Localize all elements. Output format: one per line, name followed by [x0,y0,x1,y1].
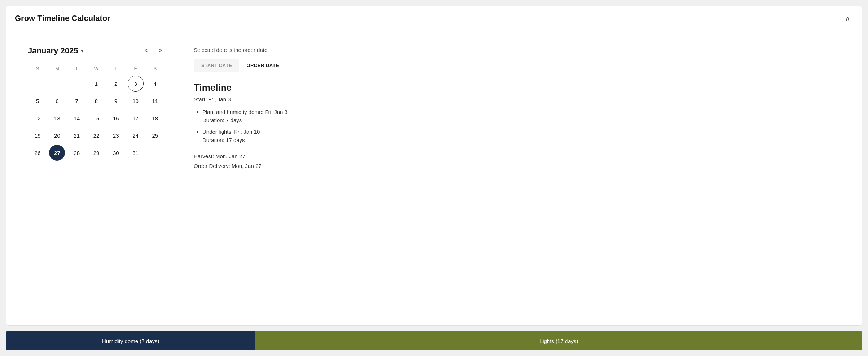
weekday-mon: M [47,64,67,73]
phase-2-item: Under lights: Fri, Jan 10 Duration: 17 d… [202,128,847,144]
cal-day-5[interactable]: 5 [30,93,45,109]
timeline-footer: Harvest: Mon, Jan 27 Order Delivery: Mon… [194,151,847,171]
lights-bar: Lights (17 days) [255,331,862,350]
cal-day-26[interactable]: 26 [30,145,45,161]
cal-day-31[interactable]: 31 [128,145,144,161]
cal-day-15[interactable]: 15 [88,110,104,126]
calendar-section: January 2025 ▾ < > S M T W T F S [28,45,165,171]
cal-day-20[interactable]: 20 [49,128,65,143]
phase-1-label: Plant and humidity dome: Fri, Jan 3 [202,109,288,115]
cal-day-17[interactable]: 17 [128,110,144,126]
cal-day-25[interactable]: 25 [147,128,163,143]
calendar-grid: S M T W T F S 12345678910111213141516171… [28,64,165,161]
order-delivery-date: Order Delivery: Mon, Jan 27 [194,161,847,171]
cal-day-10[interactable]: 10 [128,93,144,109]
cal-day-4[interactable]: 4 [147,76,163,92]
cal-day-empty [69,76,85,92]
calendar-days: 1234567891011121314151617181920212223242… [28,76,165,161]
lights-bar-label: Lights (17 days) [540,338,578,344]
harvest-date: Harvest: Mon, Jan 27 [194,151,847,161]
timeline-list: Plant and humidity dome: Fri, Jan 3 Dura… [194,108,847,144]
timeline-title: Timeline [194,82,847,93]
cal-day-14[interactable]: 14 [69,110,85,126]
main-card: Grow Timeline Calculator ∧ January 2025 … [6,6,862,326]
cal-day-empty [49,76,65,92]
info-section: Selected date is the order date START DA… [194,45,847,171]
cal-day-16[interactable]: 16 [108,110,124,126]
cal-day-3[interactable]: 3 [128,76,144,92]
weekday-thu: T [106,64,126,73]
cal-day-13[interactable]: 13 [49,110,65,126]
month-dropdown-icon[interactable]: ▾ [81,48,83,54]
humidity-bar-label: Humidity dome (7 days) [102,338,159,344]
cal-day-28[interactable]: 28 [69,145,85,161]
cal-day-21[interactable]: 21 [69,128,85,143]
phase-1-duration: Duration: 7 days [202,117,242,123]
cal-day-6[interactable]: 6 [49,93,65,109]
cal-day-7[interactable]: 7 [69,93,85,109]
prev-month-button[interactable]: < [141,45,151,56]
cal-day-12[interactable]: 12 [30,110,45,126]
cal-day-11[interactable]: 11 [147,93,163,109]
weekday-wed: W [87,64,106,73]
cal-day-30[interactable]: 30 [108,145,124,161]
timeline-start: Start: Fri, Jan 3 [194,96,847,102]
cal-day-22[interactable]: 22 [88,128,104,143]
next-month-button[interactable]: > [155,45,165,56]
weekday-sat: S [145,64,165,73]
phase-2-label: Under lights: Fri, Jan 10 [202,129,260,135]
phase-2-duration: Duration: 17 days [202,137,245,143]
start-date-button[interactable]: START DATE [194,59,239,72]
cal-day-2[interactable]: 2 [108,76,124,92]
calendar-weekdays: S M T W T F S [28,64,165,73]
calendar-header: January 2025 ▾ < > [28,45,165,56]
month-year-label: January 2025 [28,46,78,55]
cal-day-18[interactable]: 18 [147,110,163,126]
weekday-sun: S [28,64,47,73]
cal-day-27[interactable]: 27 [49,145,65,161]
cal-day-24[interactable]: 24 [128,128,144,143]
collapse-button[interactable]: ∧ [842,13,853,24]
weekday-tue: T [67,64,87,73]
cal-day-empty [30,76,45,92]
cal-day-8[interactable]: 8 [88,93,104,109]
order-date-button[interactable]: ORDER DATE [239,59,286,72]
cal-day-19[interactable]: 19 [30,128,45,143]
card-header: Grow Timeline Calculator ∧ [6,6,862,31]
humidity-bar: Humidity dome (7 days) [6,331,255,350]
date-mode-text: Selected date is the order date [194,47,847,53]
cal-day-1[interactable]: 1 [88,76,104,92]
cal-day-29[interactable]: 29 [88,145,104,161]
app-container: Grow Timeline Calculator ∧ January 2025 … [0,0,868,356]
cal-day-9[interactable]: 9 [108,93,124,109]
cal-day-23[interactable]: 23 [108,128,124,143]
bottom-bar: Humidity dome (7 days) Lights (17 days) [6,331,862,350]
page-title: Grow Timeline Calculator [15,14,110,23]
weekday-fri: F [126,64,145,73]
month-year: January 2025 ▾ [28,46,83,55]
date-toggle: START DATE ORDER DATE [194,59,286,72]
card-body: January 2025 ▾ < > S M T W T F S [6,31,862,185]
phase-1-item: Plant and humidity dome: Fri, Jan 3 Dura… [202,108,847,124]
